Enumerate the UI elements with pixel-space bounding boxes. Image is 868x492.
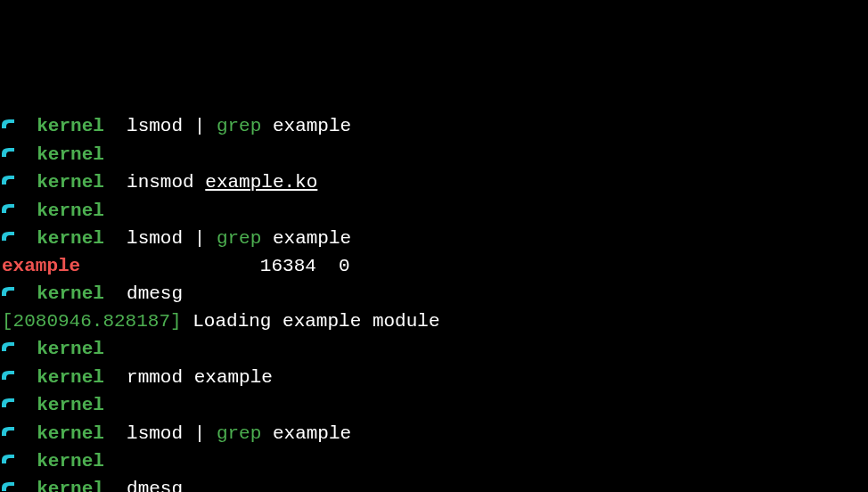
terminal-line: kernel lsmod | grep example [2, 225, 866, 252]
prompt-cwd: kernel [37, 422, 104, 443]
terminal-line: example 16384 0 [2, 253, 866, 281]
prompt-cwd: kernel [37, 479, 104, 492]
prompt-cwd: kernel [37, 144, 104, 165]
terminal-line: kernel [2, 447, 866, 475]
prompt-arrow-icon [2, 333, 14, 361]
prompt-cwd: kernel [37, 228, 104, 249]
pipe-char: | [194, 228, 206, 249]
prompt-cwd: kernel [37, 201, 104, 221]
grep-command: grep [217, 116, 261, 136]
terminal-line: kernel dmesg [2, 475, 866, 492]
terminal-line: kernel [2, 335, 866, 363]
pipe-char: | [194, 116, 206, 136]
prompt-cwd: kernel [37, 116, 104, 136]
terminal-output: kernel lsmod | grep example kernel kerne… [2, 112, 866, 492]
prompt-arrow-icon [2, 278, 14, 306]
prompt-cwd: kernel [37, 366, 104, 387]
prompt-arrow-icon [2, 139, 14, 167]
grep-command: grep [217, 228, 261, 249]
prompt-cwd: kernel [37, 172, 104, 193]
prompt-cwd: kernel [37, 339, 104, 359]
terminal-line: [2080946.828187] Loading example module [2, 308, 866, 336]
command-text: dmesg [127, 479, 183, 492]
output-text: 16384 0 [80, 256, 349, 276]
prompt-arrow-icon [2, 223, 14, 250]
terminal-line: kernel [2, 391, 866, 419]
prompt-arrow-icon [2, 167, 14, 194]
prompt-arrow-icon [2, 418, 14, 446]
filename: example.ko [205, 172, 317, 193]
grep-match: example [2, 256, 80, 276]
terminal-line: kernel lsmod | grep example [2, 420, 866, 447]
terminal-line: kernel [2, 197, 866, 225]
prompt-cwd: kernel [37, 451, 104, 472]
prompt-arrow-icon [2, 362, 14, 390]
prompt-cwd: kernel [37, 283, 104, 304]
terminal-line: kernel [2, 141, 866, 168]
command-text: example [273, 422, 351, 443]
command-text: lsmod [127, 422, 183, 443]
prompt-arrow-icon [2, 390, 14, 417]
terminal-line: kernel lsmod | grep example [2, 112, 866, 140]
command-text: example [273, 116, 351, 136]
command-text: example [273, 228, 351, 249]
prompt-arrow-icon [2, 473, 14, 492]
command-text: lsmod [127, 116, 183, 136]
pipe-char: | [194, 422, 206, 443]
command-text: rmmod [127, 366, 183, 387]
dmesg-timestamp: [2080946.828187] [2, 311, 182, 332]
prompt-arrow-icon [2, 195, 14, 223]
command-text: dmesg [127, 283, 183, 304]
command-text: lsmod [127, 228, 183, 249]
command-text: example [194, 366, 273, 387]
terminal-line: kernel rmmod example [2, 364, 866, 391]
prompt-arrow-icon [2, 446, 14, 473]
terminal-line: kernel insmod example.ko [2, 168, 866, 196]
prompt-arrow-icon [2, 111, 14, 138]
command-text: insmod [127, 172, 194, 193]
grep-command: grep [217, 422, 261, 443]
dmesg-message: Loading example module [182, 311, 440, 332]
terminal-line: kernel dmesg [2, 280, 866, 308]
prompt-cwd: kernel [37, 395, 104, 415]
